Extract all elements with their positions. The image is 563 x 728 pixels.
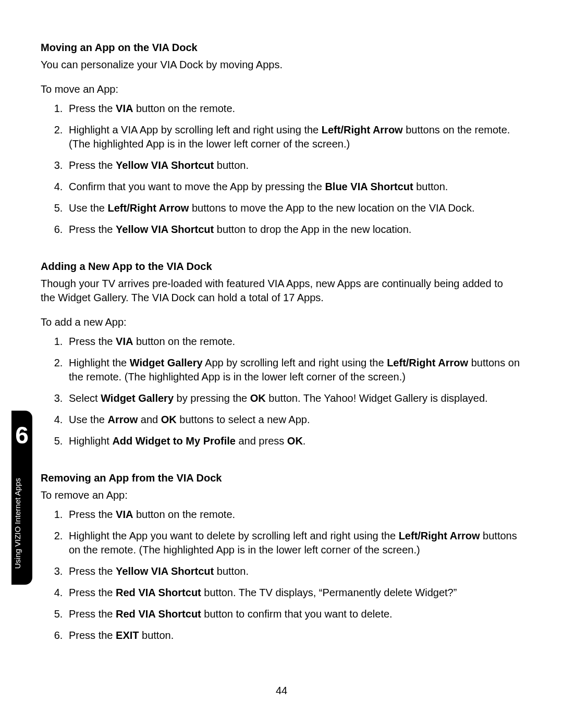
- step-item: Press the VIA button on the remote.: [66, 508, 520, 522]
- step-item: Press the VIA button on the remote.: [66, 335, 520, 349]
- section-lead: To move an App:: [41, 82, 520, 96]
- step-item: Press the Red VIA Shortcut button. The T…: [66, 586, 520, 600]
- step-item: Press the VIA button on the remote.: [66, 102, 520, 116]
- step-item: Press the Yellow VIA Shortcut button to …: [66, 223, 520, 237]
- steps-list: Press the VIA button on the remote. High…: [66, 102, 520, 237]
- steps-list: Press the VIA button on the remote. High…: [66, 335, 520, 448]
- step-item: Highlight a VIA App by scrolling left an…: [66, 123, 520, 151]
- page-content: Moving an App on the VIA Dock You can pe…: [41, 41, 520, 643]
- step-item: Highlight the Widget Gallery App by scro…: [66, 356, 520, 384]
- section-lead: To remove an App:: [41, 488, 520, 502]
- section-lead: To add a new App:: [41, 315, 520, 329]
- step-item: Press the Yellow VIA Shortcut button.: [66, 564, 520, 578]
- step-item: Confirm that you want to move the App by…: [66, 180, 520, 194]
- step-item: Press the EXIT button.: [66, 628, 520, 643]
- chapter-number: 6: [15, 421, 29, 449]
- step-item: Highlight Add Widget to My Profile and p…: [66, 434, 520, 448]
- steps-list: Press the VIA button on the remote. High…: [66, 508, 520, 643]
- section-intro: You can personalize your VIA Dock by mov…: [41, 58, 520, 72]
- chapter-tab: 6 Using VIZIO Internet Apps: [11, 411, 32, 585]
- section-heading: Removing an App from the VIA Dock: [41, 471, 520, 485]
- chapter-title: Using VIZIO Internet Apps: [13, 478, 22, 569]
- step-item: Select Widget Gallery by pressing the OK…: [66, 391, 520, 405]
- step-item: Press the Red VIA Shortcut button to con…: [66, 607, 520, 621]
- step-item: Press the Yellow VIA Shortcut button.: [66, 158, 520, 172]
- section-intro: Though your TV arrives pre-loaded with f…: [41, 277, 520, 305]
- step-item: Use the Arrow and OK buttons to select a…: [66, 413, 520, 427]
- section-heading: Moving an App on the VIA Dock: [41, 41, 520, 55]
- section-heading: Adding a New App to the VIA Dock: [41, 260, 520, 274]
- step-item: Use the Left/Right Arrow buttons to move…: [66, 201, 520, 215]
- step-item: Highlight the App you want to delete by …: [66, 529, 520, 557]
- page-number: 44: [0, 685, 563, 697]
